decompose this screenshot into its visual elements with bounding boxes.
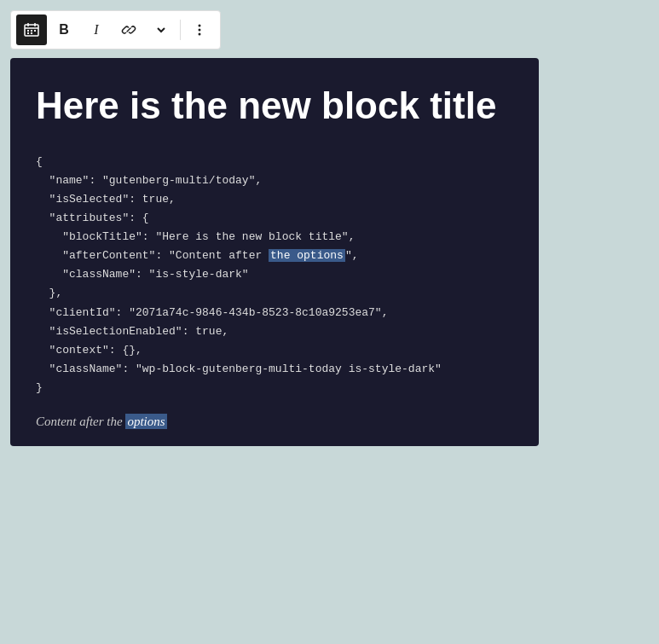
svg-rect-7 xyxy=(27,32,29,34)
svg-rect-6 xyxy=(34,30,36,32)
after-content-prefix: Content after the xyxy=(36,415,125,428)
link-button[interactable] xyxy=(113,15,144,45)
calendar-button[interactable] xyxy=(16,15,47,45)
bold-button[interactable]: B xyxy=(49,15,79,45)
chevron-down-icon xyxy=(155,24,167,36)
chevron-down-button[interactable] xyxy=(146,15,176,45)
calendar-icon xyxy=(24,22,39,38)
more-options-icon xyxy=(192,22,207,38)
block-container: Here is the new block title { "name": "g… xyxy=(10,58,539,446)
block-toolbar: B I xyxy=(10,10,221,49)
link-icon xyxy=(121,22,136,38)
code-highlight-options: the options xyxy=(269,249,345,262)
svg-point-11 xyxy=(199,33,201,36)
more-options-button[interactable] xyxy=(184,15,215,45)
bold-icon: B xyxy=(59,22,69,38)
svg-rect-5 xyxy=(31,30,32,32)
italic-icon: I xyxy=(94,22,98,38)
svg-rect-8 xyxy=(31,32,32,34)
toolbar-divider xyxy=(180,20,181,40)
svg-point-9 xyxy=(199,25,201,27)
after-content-highlight: options xyxy=(125,414,166,429)
code-block: { "name": "gutenberg-multi/today", "isSe… xyxy=(36,153,513,397)
italic-button[interactable]: I xyxy=(81,15,112,45)
svg-point-10 xyxy=(199,29,201,32)
block-title: Here is the new block title xyxy=(36,84,513,129)
svg-rect-4 xyxy=(27,30,29,32)
after-content: Content after the options xyxy=(36,415,513,429)
